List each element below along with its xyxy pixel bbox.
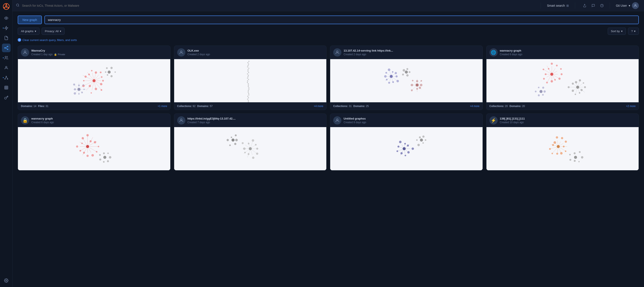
card-title: WannaCry <box>31 49 167 52</box>
chat-button[interactable] <box>590 2 597 9</box>
svg-line-238 <box>572 84 578 88</box>
sidebar-item-document[interactable] <box>2 34 10 42</box>
svg-point-245 <box>91 154 94 157</box>
graph-card[interactable]: 13.107.42.14-serving link https://lnk...… <box>330 46 483 110</box>
sidebar-item-network[interactable] <box>2 73 10 82</box>
card-header: WannaCry Created 1 day ago 🔒 Private <box>18 46 170 59</box>
svg-point-279 <box>252 157 254 159</box>
sidebar-logo[interactable] <box>2 2 10 11</box>
sidebar-item-group[interactable] <box>2 54 10 62</box>
sidebar-item-graph[interactable] <box>2 44 10 52</box>
user-menu[interactable]: Gti User ▾ <box>614 1 640 10</box>
svg-point-61 <box>110 67 113 69</box>
svg-point-289 <box>234 143 236 145</box>
card-info: wannacry graph Created 6 days ago <box>500 49 636 56</box>
svg-point-200 <box>556 65 558 66</box>
svg-point-308 <box>405 155 406 156</box>
sidebar-item-person[interactable] <box>2 64 10 72</box>
graph-card[interactable]: OLK.exe Created 2 days ago Collections: … <box>174 46 327 110</box>
sidebar-item-settings[interactable] <box>2 276 10 285</box>
graph-card[interactable]: https://lnkd.in/ggE3j84q-13.107.42.... C… <box>174 114 327 170</box>
svg-line-180 <box>391 73 396 76</box>
graph-card[interactable]: 🌐 wannacry graph Created 6 days ago Coll… <box>486 46 639 110</box>
svg-point-104 <box>248 75 249 76</box>
card-info: WannaCry Created 1 day ago 🔒 Private <box>31 49 167 56</box>
sidebar-item-alert[interactable] <box>2 24 10 32</box>
svg-point-13 <box>6 76 6 77</box>
created-date: Created 1 day ago <box>31 53 53 56</box>
graph-card[interactable]: WannaCry Created 1 day ago 🔒 Private <box>18 46 170 110</box>
user-name: Gti User <box>616 4 627 7</box>
created-date: Created 2 days ago <box>188 53 210 56</box>
help-button[interactable] <box>598 2 605 9</box>
all-graphs-filter[interactable]: All graphs ▾ <box>18 28 40 35</box>
svg-point-293 <box>234 134 236 136</box>
svg-line-300 <box>245 144 250 149</box>
sort-by-button[interactable]: Sort by ▾ <box>608 28 626 35</box>
privacy-label: Privacy: All <box>45 30 59 33</box>
svg-point-15 <box>7 78 8 79</box>
svg-line-240 <box>578 80 580 87</box>
main-search-input[interactable] <box>44 16 639 24</box>
graph-card[interactable]: Untitled graphss Created 8 days ago <box>330 114 483 170</box>
stat-item: Collections: 31 <box>333 105 352 108</box>
svg-point-306 <box>412 148 414 150</box>
svg-point-199 <box>550 62 553 65</box>
svg-line-264 <box>88 146 98 152</box>
svg-line-68 <box>82 81 94 86</box>
svg-line-233 <box>578 87 585 92</box>
svg-line-228 <box>547 66 552 74</box>
svg-line-326 <box>397 149 404 151</box>
svg-point-151 <box>384 75 387 78</box>
topbar-divider <box>540 2 541 9</box>
privacy-filter[interactable]: Privacy: All ▾ <box>42 28 65 35</box>
card-title: wannacry graph <box>500 49 636 52</box>
svg-point-5 <box>6 18 7 19</box>
more-stats: +1 more <box>158 105 167 108</box>
svg-point-312 <box>399 141 402 143</box>
svg-point-317 <box>422 142 424 144</box>
card-title: https://lnkd.in/ggE3j84q-13.107.42.... <box>188 117 324 120</box>
stat-item: Domains: 25 <box>353 105 368 108</box>
svg-line-302 <box>250 142 252 149</box>
svg-point-320 <box>419 136 421 138</box>
card-title: wannacry graph <box>31 117 167 120</box>
all-graphs-label: All graphs <box>21 30 34 33</box>
svg-line-75 <box>94 78 100 81</box>
new-graph-button[interactable]: New graph <box>18 16 42 24</box>
svg-point-243 <box>98 146 99 148</box>
clear-search-link[interactable]: ✕ Clear current search query, filters, a… <box>18 38 639 42</box>
card-meta: Created 6 days ago <box>31 121 167 124</box>
sidebar-item-eye[interactable] <box>2 14 10 22</box>
card-meta: Created 1 day ago 🔒 Private <box>31 53 167 56</box>
svg-point-321 <box>422 136 424 138</box>
card-header: OLK.exe Created 2 days ago <box>174 46 326 59</box>
graph-card[interactable]: 🔒 wannacry graph Created 6 days ago <box>18 114 170 170</box>
svg-line-63 <box>94 81 102 85</box>
sidebar-item-chart[interactable] <box>2 83 10 92</box>
smart-search-button[interactable]: Smart search ⊞ <box>545 3 570 8</box>
stat-item: Collections: 92 <box>177 105 196 108</box>
svg-point-162 <box>412 80 414 81</box>
svg-line-270 <box>80 142 88 146</box>
controls-row: New graph <box>18 16 639 24</box>
svg-point-169 <box>403 69 405 72</box>
svg-point-203 <box>584 86 586 88</box>
svg-line-111 <box>248 78 248 80</box>
share-button[interactable] <box>581 2 588 9</box>
card-thumbnail <box>486 59 639 102</box>
svg-line-356 <box>551 146 558 149</box>
stat-item: Collections: 20 <box>490 105 508 108</box>
card-header: Untitled graphss Created 8 days ago <box>330 114 482 127</box>
card-info: 13.107.42.14-serving link https://lnk...… <box>344 49 480 56</box>
svg-line-357 <box>550 144 558 146</box>
sidebar-item-key[interactable] <box>2 93 10 102</box>
card-meta: Created 8 days ago <box>344 121 480 124</box>
svg-line-10 <box>5 48 7 49</box>
svg-point-216 <box>538 94 540 96</box>
created-date: Created 7 days ago <box>188 121 210 124</box>
graph-card[interactable]: ⚡ 138[.]81[.]131[.]111 Created 10 days a… <box>486 114 639 170</box>
topbar-search-input[interactable] <box>22 4 536 7</box>
question-button[interactable]: ? ▾ <box>628 28 639 35</box>
card-info: 138[.]81[.]131[.]111 Created 10 days ago <box>500 117 636 124</box>
